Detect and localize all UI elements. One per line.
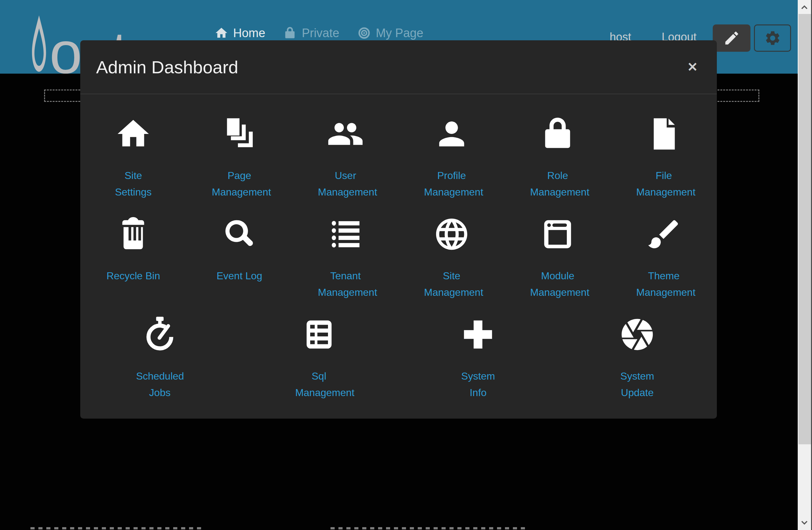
scroll-down-button[interactable] [798, 516, 811, 530]
nav-item-my-page[interactable]: My Page [357, 26, 423, 40]
user-icon [433, 115, 470, 153]
admin-tile-role-management[interactable]: Role Management [505, 115, 611, 200]
oqtane-drop-icon [27, 13, 51, 74]
lock-icon [283, 26, 297, 40]
admin-tile-profile-management[interactable]: Profile Management [399, 115, 505, 200]
chevron-down-icon [800, 519, 809, 528]
tile-label: Tenant Management [318, 268, 373, 301]
gear-icon [764, 29, 781, 47]
users-icon [327, 115, 364, 153]
scroll-up-button[interactable] [798, 0, 811, 14]
admin-tile-page-management[interactable]: Page Management [187, 115, 293, 200]
admin-tile-system-update[interactable]: System Update [557, 315, 717, 401]
edit-mode-button[interactable] [713, 25, 751, 52]
admin-tile-recycle-bin[interactable]: Recycle Bin [80, 215, 187, 301]
chevron-up-icon [800, 2, 809, 11]
modal-header: Admin Dashboard ✕ [80, 40, 717, 94]
tile-label: File Management [636, 167, 692, 200]
pencil-icon [723, 29, 740, 47]
modal-title: Admin Dashboard [96, 57, 238, 77]
tile-label: Recycle Bin [106, 268, 161, 284]
nav-label: Home [233, 26, 265, 40]
tile-label: Module Management [530, 268, 585, 301]
clipped-content-fragment [30, 527, 203, 529]
admin-dashboard-modal: Admin Dashboard ✕ Site Settings Page Man… [80, 40, 717, 419]
tile-label: Profile Management [424, 167, 479, 200]
tile-label: Theme Management [636, 268, 692, 301]
timer-icon [141, 315, 178, 354]
brush-icon [645, 215, 683, 254]
tile-label: Site Management [424, 268, 479, 301]
nav-item-private[interactable]: Private [283, 26, 339, 40]
main-nav: Home Private My Page [214, 26, 423, 40]
globe-icon [433, 215, 470, 254]
tile-label: Scheduled Jobs [136, 368, 184, 401]
admin-tile-sql-management[interactable]: Sql Management [240, 315, 399, 401]
admin-tile-theme-management[interactable]: Theme Management [611, 215, 717, 301]
lock-icon [539, 115, 576, 153]
list-icon [327, 215, 364, 254]
magnifier-icon [221, 215, 258, 254]
tile-label: Sql Management [295, 368, 343, 401]
tile-label: Role Management [530, 167, 585, 200]
admin-tile-tenant-management[interactable]: Tenant Management [292, 215, 399, 301]
target-icon [357, 26, 371, 40]
admin-tile-file-management[interactable]: File Management [611, 115, 717, 200]
window-icon [539, 215, 576, 254]
trash-icon [115, 215, 152, 254]
admin-tile-user-management[interactable]: User Management [292, 115, 399, 200]
tile-row: Recycle Bin Event Log Tenant Management … [80, 215, 717, 301]
tile-label: Site Settings [106, 167, 161, 200]
clipped-content-fragment [331, 527, 526, 529]
nav-label: My Page [376, 26, 423, 40]
nav-item-home[interactable]: Home [214, 26, 265, 40]
admin-tile-site-settings[interactable]: Site Settings [80, 115, 187, 200]
tile-label: System Info [454, 368, 502, 401]
tile-row: Site Settings Page Management User Manag… [80, 115, 717, 200]
table-icon [300, 315, 338, 354]
modal-body: Site Settings Page Management User Manag… [80, 94, 717, 401]
scrollbar-thumb[interactable] [798, 14, 811, 444]
admin-tile-site-management[interactable]: Site Management [399, 215, 505, 301]
admin-tile-module-management[interactable]: Module Management [505, 215, 611, 301]
aperture-icon [619, 315, 656, 354]
plus-icon [459, 315, 497, 354]
home-icon [214, 26, 228, 40]
home-icon [115, 115, 152, 153]
admin-tile-scheduled-jobs[interactable]: Scheduled Jobs [80, 315, 240, 401]
tile-label: System Update [613, 368, 661, 401]
tile-label: Page Management [212, 167, 267, 200]
admin-tile-event-log[interactable]: Event Log [187, 215, 293, 301]
tile-label: User Management [318, 167, 373, 200]
nav-label: Private [302, 26, 339, 40]
pages-icon [221, 115, 258, 153]
vertical-scrollbar[interactable] [798, 0, 811, 530]
file-icon [645, 115, 683, 153]
admin-tile-system-info[interactable]: System Info [399, 315, 558, 401]
settings-button[interactable] [754, 25, 791, 52]
tile-row: Scheduled Jobs Sql Management System Inf… [80, 315, 717, 401]
close-icon[interactable]: ✕ [684, 59, 701, 75]
tile-label: Event Log [212, 268, 267, 284]
